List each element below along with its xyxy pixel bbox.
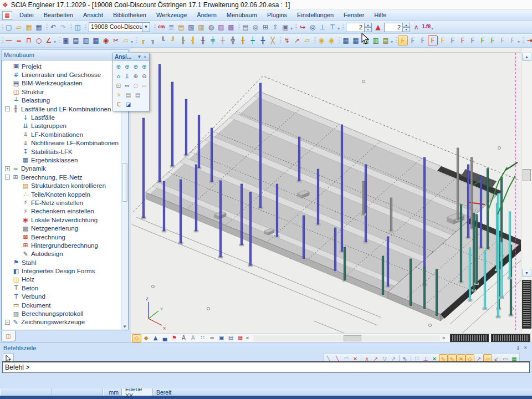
export-doc-icon[interactable]: ⇧ <box>270 22 280 32</box>
open-view-icon[interactable]: ▱ <box>141 81 149 90</box>
toolbar-overflow-icon[interactable]: ▾ <box>131 39 133 44</box>
measure-pole-icon[interactable]: ⊥ <box>318 22 328 32</box>
project-combo-value[interactable]: 19008 Cool-Discou <box>89 22 142 32</box>
new-file-icon[interactable]: ▢ <box>4 22 14 32</box>
close-icon[interactable]: × <box>142 54 147 59</box>
copy-1-icon[interactable]: ▣ <box>61 35 71 45</box>
menu-datei[interactable]: Datei <box>14 11 39 20</box>
tree-item-integriertes-design-forms[interactable]: ◧Integriertes Design Forms <box>2 267 128 275</box>
member-tool-14-icon[interactable]: ╳ <box>268 35 278 45</box>
menu-ansicht[interactable]: Ansicht <box>78 11 108 20</box>
scroll-up-icon[interactable]: ▲ <box>522 53 531 61</box>
copy-4-icon[interactable]: ▦ <box>91 35 101 45</box>
photo-2-icon[interactable]: ▤ <box>226 334 236 342</box>
photo-1-icon[interactable]: ▣ <box>217 334 226 342</box>
scroll-down-icon[interactable]: ▼ <box>522 269 531 277</box>
tree-item-lastfälle[interactable]: ↓Lastfälle <box>2 113 128 121</box>
folder-tool-icon[interactable]: ▱ <box>121 35 131 45</box>
undo-icon[interactable]: ↶ <box>48 22 58 32</box>
member-tool-1-icon[interactable]: ╓ <box>138 35 148 45</box>
draw-line-icon[interactable]: — <box>4 35 14 45</box>
viewport-vertical-scrollbar[interactable]: ▲ ▼ <box>521 48 532 333</box>
status-plane[interactable]: Ebene XY <box>122 388 153 396</box>
view-z-icon[interactable]: ⊕ <box>132 63 140 71</box>
menu-bearbeiten[interactable]: Bearbeiten <box>39 11 78 20</box>
member-tool-8-icon[interactable]: ╪ <box>208 35 218 45</box>
eye-select-icon[interactable]: ◉ <box>101 35 111 45</box>
chevron-down-icon[interactable]: ▼ <box>136 54 142 59</box>
fluent-8-icon[interactable]: F <box>468 35 478 45</box>
collapse-icon[interactable]: − <box>5 175 10 180</box>
tree-item-holz[interactable]: ◫Holz <box>2 275 128 284</box>
break-line-icon[interactable]: ↯ <box>282 35 292 45</box>
show-supports-icon[interactable]: ⚑ <box>170 334 179 342</box>
rotation-control-vertical[interactable] <box>522 280 531 329</box>
project-combo[interactable]: 19008 Cool-Discou▼ <box>89 22 150 32</box>
tree-scrollbar-thumb[interactable] <box>122 163 127 202</box>
pin-icon[interactable]: ↧ <box>514 345 522 351</box>
mesh-ball-icon[interactable]: ◍ <box>206 22 216 32</box>
print-view-1-icon[interactable]: ▤ <box>124 91 132 99</box>
tree-item-verbund[interactable]: TVerbund <box>2 293 128 301</box>
tree-item-hintergrundberechnung[interactable]: ⊞Hintergrundberechnung <box>2 241 128 249</box>
scale-spin-1-down-icon[interactable]: ▼ <box>365 27 372 32</box>
clip-view-icon[interactable]: ⇩ <box>124 72 131 80</box>
member-tool-12-icon[interactable]: ┿ <box>248 35 258 45</box>
copy-3-icon[interactable]: ▥ <box>81 35 91 45</box>
scale-spin-1-value[interactable]: 2 <box>346 23 365 32</box>
fluent-11-icon[interactable]: F <box>498 35 508 45</box>
fluent-9-icon[interactable]: F <box>478 35 488 45</box>
toolbar-overflow-icon[interactable]: ▾ <box>337 26 340 31</box>
tree-item-teile-knoten-koppeln[interactable]: ∴Teile/Knoten koppeln <box>2 190 128 198</box>
gallery-2-icon[interactable]: ▩ <box>226 22 236 32</box>
scale-spin-1-up-icon[interactable]: ▲ <box>365 23 372 28</box>
view-home-icon[interactable]: ⌂ <box>115 72 122 80</box>
zoom-selection-icon[interactable]: ◌ <box>132 81 140 90</box>
tree-item-stahl[interactable]: ⚑Stahl <box>2 258 128 267</box>
scroll-left-icon[interactable]: < <box>246 335 249 341</box>
tree-item-berechnung-fe-netz[interactable]: −⊞Berechnung, FE-Netz <box>2 173 128 181</box>
labels-on-icon[interactable]: A <box>179 334 188 342</box>
measure-help-icon[interactable]: ⊤ <box>328 22 337 32</box>
cut-tool-icon[interactable]: ✂ <box>111 35 121 45</box>
draw-angle-icon[interactable]: ∠ <box>44 35 54 45</box>
fluent-7-icon[interactable]: F <box>458 35 468 45</box>
expand-icon[interactable]: + <box>5 166 10 171</box>
tree-item-bim-werkzeugkasten[interactable]: ▤BIM-Werkzeugkasten <box>2 79 128 88</box>
tree-item-strukturdaten-kontrollieren[interactable]: ▤Strukturdaten kontrollieren <box>2 181 128 190</box>
tree-item-struktur[interactable]: ◫Struktur <box>2 88 128 96</box>
render-dots-icon[interactable]: ∷ <box>198 334 207 342</box>
scale-spin-1[interactable]: 2▲▼ <box>346 23 372 32</box>
zoom-window-icon[interactable]: ⊡ <box>115 81 122 90</box>
tree-item-zeichnungswerkzeuge[interactable]: −✎Zeichnungswerkzeuge <box>2 318 128 326</box>
render-view-icon[interactable]: ◪ <box>124 100 132 109</box>
fem-grid-icon[interactable]: ▦ <box>236 334 245 342</box>
redo-icon[interactable]: ↷ <box>58 22 68 32</box>
scale-spin-2-value[interactable]: 2 <box>384 23 403 32</box>
scroll-right-icon[interactable]: > <box>442 335 445 341</box>
scale-spin-2-down-icon[interactable]: ▼ <box>403 27 410 32</box>
col-label-icon[interactable]: ▤ <box>381 35 391 45</box>
tree-item-lastgruppen[interactable]: ⇊Lastgruppen <box>2 122 128 130</box>
menu-ndern[interactable]: Ändern <box>192 11 221 20</box>
collapse-icon[interactable]: − <box>5 106 10 111</box>
toolbar-overflow-icon[interactable]: ▾ <box>518 39 520 44</box>
report-doc-icon[interactable]: ▣ <box>280 22 290 32</box>
hatch-cut-icon[interactable]: ▱ <box>302 35 312 45</box>
printer-icon[interactable]: ▤ <box>241 22 250 32</box>
light-cone-icon[interactable]: ▲ <box>151 334 160 342</box>
green-col-2-icon[interactable]: ▥ <box>371 35 381 45</box>
menu-bibliotheken[interactable]: Bibliotheken <box>108 11 151 20</box>
fluent-1-icon[interactable]: F <box>398 35 408 45</box>
save-all-icon[interactable]: ▦ <box>24 22 34 32</box>
print-view-2-icon[interactable]: ▤ <box>134 91 142 99</box>
render-solid-icon[interactable]: ◆ <box>141 334 151 342</box>
member-tool-7-icon[interactable]: ╫ <box>198 35 208 45</box>
toolbar-overflow-icon[interactable]: ▾ <box>290 26 293 31</box>
toolbar-overflow-icon[interactable]: ▾ <box>431 26 433 31</box>
fluent-4-icon[interactable]: F <box>428 35 438 45</box>
labels-off-icon[interactable]: A <box>188 334 198 342</box>
view-y-icon[interactable]: ⊕ <box>124 63 131 71</box>
open-file-icon[interactable]: ▱ <box>14 22 24 32</box>
fluent-3-icon[interactable]: F <box>418 35 428 45</box>
